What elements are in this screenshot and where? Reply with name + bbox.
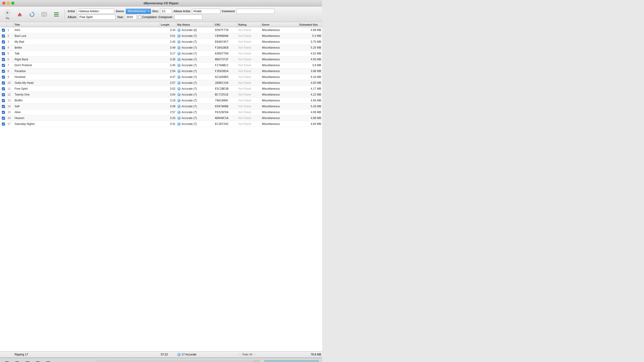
star-right-icon[interactable]: ☆ xyxy=(253,353,256,356)
eject-button[interactable] xyxy=(14,10,25,19)
track-checkbox-cell[interactable] xyxy=(0,123,6,126)
compilation-checkbox[interactable] xyxy=(138,16,141,19)
track-checkbox-cell[interactable] xyxy=(0,117,6,120)
table-row[interactable]: 14 Self 3:49 Accurate (7) 6587A6B8 Not R… xyxy=(0,104,322,109)
tab-meta[interactable]: Meta xyxy=(254,360,260,362)
track-length: 3:51 xyxy=(160,34,176,37)
col-crc: CRC xyxy=(214,22,238,27)
track-checkbox[interactable] xyxy=(2,99,5,102)
track-length: 3:17 xyxy=(160,52,176,55)
table-row[interactable]: 3 My Bad 2:43 Accurate (7) E046C957 Not … xyxy=(0,39,322,45)
track-checkbox[interactable] xyxy=(2,123,5,126)
track-length: 3:33 xyxy=(160,28,176,32)
track-size: 4.88 MB xyxy=(298,116,322,120)
track-checkbox[interactable] xyxy=(2,81,5,85)
minimize-button[interactable] xyxy=(7,2,10,5)
track-checkbox-cell[interactable] xyxy=(0,64,6,67)
track-checkbox[interactable] xyxy=(2,87,5,90)
table-row[interactable]: 7 Don't Pretend 2:45 Accurate (7) F27AAB… xyxy=(0,62,322,68)
star-left-icon[interactable]: ☆ xyxy=(238,353,242,356)
composer-input[interactable] xyxy=(174,14,202,20)
comment-input[interactable] xyxy=(236,9,274,14)
track-rip-status: Accurate (7) xyxy=(176,93,214,96)
table-row[interactable]: 9 Hundred 4:37 Accurate (7) 921A50D5 Not… xyxy=(0,74,322,80)
track-checkbox[interactable] xyxy=(2,105,5,108)
track-checkbox[interactable] xyxy=(2,58,5,61)
refresh-button[interactable] xyxy=(27,10,37,19)
track-title: My Bad xyxy=(14,40,160,43)
track-checkbox[interactable] xyxy=(2,111,5,114)
album-label: Album xyxy=(68,15,76,19)
track-checkbox-cell[interactable] xyxy=(0,81,6,85)
track-checkbox-cell[interactable] xyxy=(0,46,6,49)
track-checkbox[interactable] xyxy=(2,52,5,55)
genre-select[interactable]: Miscellaneous xyxy=(126,9,151,14)
table-row[interactable]: 15 Alive 2:57 Accurate (7) F6326F04 Not … xyxy=(0,109,322,115)
maximize-button[interactable] xyxy=(11,2,14,5)
track-genre: Miscellaneous xyxy=(261,52,298,55)
col-size: Estimated Size xyxy=(298,22,322,27)
window-controls[interactable] xyxy=(2,2,14,5)
table-row[interactable]: 13 Bluffin' 3:19 Accurate (7) 79A1090C N… xyxy=(0,98,322,104)
accurate-icon xyxy=(177,40,180,43)
track-checkbox-cell[interactable] xyxy=(0,93,6,96)
track-checkbox[interactable] xyxy=(2,70,5,73)
table-row[interactable]: 2 Bad Luck 3:51 Accurate (7) C8996D0A No… xyxy=(0,33,322,39)
track-checkbox-cell[interactable] xyxy=(0,76,6,79)
track-checkbox-cell[interactable] xyxy=(0,111,6,114)
track-checkbox-cell[interactable] xyxy=(0,52,6,55)
track-size: 5.3 MB xyxy=(298,34,322,37)
track-checkbox-cell[interactable] xyxy=(0,29,6,32)
track-checkbox[interactable] xyxy=(2,117,5,120)
track-checkbox-cell[interactable] xyxy=(0,58,6,61)
table-row[interactable]: 1 Intro 3:33 Accurate (6) 9397F77D Not R… xyxy=(0,27,322,33)
svg-rect-4 xyxy=(42,12,46,16)
track-number: 3 xyxy=(6,40,14,43)
album-input[interactable] xyxy=(78,14,116,20)
table-row[interactable]: 8 Paradise 2:54 Accurate (7) F3E83054 No… xyxy=(0,68,322,74)
close-button[interactable] xyxy=(2,2,6,5)
track-rating: Not Rated xyxy=(238,93,261,96)
rip-button[interactable]: Rip xyxy=(2,8,13,20)
accurate-icon xyxy=(177,111,180,114)
track-checkbox-cell[interactable] xyxy=(0,40,6,43)
track-checkbox[interactable] xyxy=(2,29,5,32)
track-checkbox[interactable] xyxy=(2,34,5,37)
table-row[interactable]: 17 Saturday Nights 3:31 Accurate (7) EC2… xyxy=(0,121,322,127)
track-checkbox-cell[interactable] xyxy=(0,105,6,108)
rate-all[interactable]: ☆ Rate All ☆ xyxy=(238,353,261,356)
track-length: 3:35 xyxy=(160,58,176,61)
track-rip-status: Accurate (7) xyxy=(176,69,214,73)
track-length: 3:49 xyxy=(160,105,176,108)
artist-input[interactable] xyxy=(77,9,114,14)
disc-input[interactable] xyxy=(160,9,172,14)
table-row[interactable]: 10 Outta My Head 2:57 Accurate (7) 2D801… xyxy=(0,80,322,86)
track-genre: Miscellaneous xyxy=(261,116,298,120)
track-checkbox-cell[interactable] xyxy=(0,34,6,37)
cdinfo-button[interactable] xyxy=(39,10,50,19)
table-row[interactable]: 12 Twenty One 3:04 Accurate (7) BC73351E… xyxy=(0,92,322,98)
track-genre: Miscellaneous xyxy=(261,64,298,67)
table-row[interactable]: 11 Free Spirit 3:02 Accurate (7) E5C2BE3… xyxy=(0,86,322,92)
track-checkbox[interactable] xyxy=(2,40,5,43)
track-rating: Not Rated xyxy=(238,87,261,90)
track-checkbox-cell[interactable] xyxy=(0,99,6,102)
track-checkbox-cell[interactable] xyxy=(0,87,6,90)
track-checkbox-cell[interactable] xyxy=(0,70,6,73)
settings-button[interactable] xyxy=(51,10,62,19)
table-row[interactable]: 4 Better 3:49 Accurate (7) F1042AE8 Not … xyxy=(0,45,322,51)
bottom-panel: ■ ◀◀ ⏸ ▶ ▶▶ 0:00 0:00 🔊 xyxy=(0,358,322,362)
year-input[interactable] xyxy=(125,14,137,20)
track-rating: Not Rated xyxy=(238,58,261,61)
accurate-icon xyxy=(177,122,180,126)
track-checkbox[interactable] xyxy=(2,93,5,96)
compilation-label[interactable]: Compilation xyxy=(138,15,157,19)
table-row[interactable]: 6 Right Back 3:35 Accurate (7) 8D67CF2F … xyxy=(0,57,322,62)
table-row[interactable]: 5 Talk 3:17 Accurate (7) A3D97794 Not Ra… xyxy=(0,51,322,57)
track-crc: 2D801156 xyxy=(214,81,238,85)
table-row[interactable]: 16 Heaven 3:33 Accurate (7) AD048C5A Not… xyxy=(0,115,322,121)
album-artist-input[interactable] xyxy=(192,9,220,14)
track-checkbox[interactable] xyxy=(2,46,5,49)
track-checkbox[interactable] xyxy=(2,64,5,67)
track-checkbox[interactable] xyxy=(2,76,5,79)
